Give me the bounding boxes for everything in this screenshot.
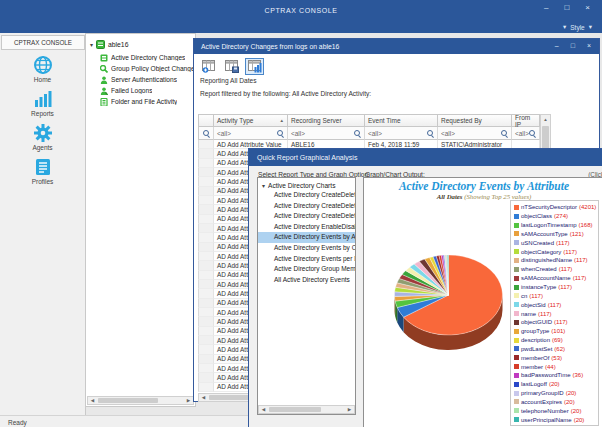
dialog-tree-item-7[interactable]: Active Directory Group Member Ev (258, 264, 355, 275)
scroll-thumb[interactable] (98, 398, 158, 403)
search-icon[interactable] (354, 130, 362, 138)
maximize-button[interactable]: □ (564, 3, 569, 12)
legend-color-swatch (514, 258, 519, 263)
maximize-button[interactable]: □ (571, 42, 575, 49)
legend-color-swatch (514, 267, 519, 272)
grid-save-button[interactable] (222, 58, 241, 75)
sidebar-tree-item-1[interactable]: Group Policy Object Changes (100, 63, 194, 74)
chevron-down-icon: ▾ (589, 23, 592, 31)
legend-entry: description (69) (514, 336, 598, 345)
legend-count: (20) (571, 408, 582, 414)
legend-count: (121) (570, 231, 584, 237)
dialog-tree-hscrollbar[interactable]: ◀ ▶ (258, 405, 355, 414)
legend-count: (117) (573, 275, 587, 281)
scroll-up-icon[interactable]: ▲ (541, 115, 550, 124)
tree-root-ad-charts[interactable]: ▾ Active Directory Charts (262, 182, 355, 189)
expander-icon[interactable]: ▾ (262, 182, 265, 189)
row-selector-cell (198, 149, 214, 158)
row-selector-cell (198, 364, 214, 373)
dialog-tree-item-6[interactable]: Active Directory Events per DC (258, 254, 355, 265)
dialog-tree-item-2[interactable]: Active Directory CreateDelete Use (258, 211, 355, 222)
server-tree-panel: ▾ able16 Active Directory ChangesGroup P… (85, 33, 196, 407)
style-label: Style (570, 24, 584, 31)
search-icon[interactable] (529, 130, 537, 138)
filter-cell[interactable]: <all> (214, 127, 288, 140)
column-header-recording-server[interactable]: Recording Server (288, 114, 365, 127)
style-dropdown[interactable]: ▾ Style ▾ (563, 23, 592, 31)
legend-count: (20) (566, 390, 577, 396)
scroll-right-icon[interactable]: ▶ (184, 397, 193, 404)
sidebar-item-profiles[interactable]: Profiles (0, 157, 85, 189)
dialog-tree-item-8[interactable]: All Active Directory Events (258, 275, 355, 286)
grid-chart-button[interactable] (245, 58, 264, 75)
sidebar-tree-item-2[interactable]: Server Authentications (100, 74, 194, 85)
search-icon[interactable] (501, 130, 509, 138)
grid-save-icon (225, 60, 239, 73)
tree-root-able16[interactable]: ▾ able16 (90, 40, 128, 49)
report-filter-text: Report filtered by the following: All Ac… (200, 90, 371, 97)
minimize-button[interactable]: – (544, 3, 548, 12)
scroll-thumb[interactable] (269, 407, 321, 412)
legend-label: accountExpires (521, 399, 562, 405)
sidebar-tree-item-3[interactable]: Failed Logons (100, 85, 194, 96)
close-button[interactable]: × (587, 42, 591, 49)
legend-count: (117) (538, 311, 552, 317)
expander-icon[interactable]: ▾ (90, 41, 93, 48)
row-selector-cell (198, 205, 214, 214)
legend-count: (168) (578, 222, 592, 228)
scroll-left-icon[interactable]: ◀ (199, 394, 208, 401)
filter-cell[interactable]: <all> (365, 127, 438, 140)
legend-color-swatch (514, 320, 519, 325)
search-icon[interactable] (203, 130, 211, 138)
legend-entry: member (44) (514, 362, 598, 371)
dialog-tree-item-0[interactable]: Active Directory CreateDelete Com (258, 190, 355, 201)
tree-children: Active Directory ChangesGroup Policy Obj… (100, 52, 194, 107)
grid-export-button[interactable] (199, 58, 218, 75)
table-header-row: Activity Type▲Recording ServerEvent Time… (198, 114, 540, 127)
column-header-requested-by[interactable]: Requested By (438, 114, 512, 127)
legend-color-swatch (514, 408, 519, 413)
sidebar-item-label: Home (0, 76, 85, 83)
row-selector-cell (198, 327, 214, 336)
column-header-selector[interactable] (198, 114, 214, 127)
sidebar-item-home[interactable]: Home (0, 55, 85, 87)
filter-cell[interactable]: <all> (512, 127, 540, 140)
dialog-tree-item-5[interactable]: Active Directory Events by Object (258, 243, 355, 254)
row-selector-cell (198, 159, 214, 168)
row-selector-cell (198, 271, 214, 280)
tree-hscrollbar[interactable]: ◀ ▶ (87, 396, 194, 405)
legend-entry: objectGUID (117) (514, 318, 598, 327)
legend-label: pwdLastSet (521, 346, 552, 352)
scroll-right-icon[interactable]: ▶ (345, 406, 354, 413)
close-button[interactable]: × (585, 3, 590, 12)
column-header-from-ip[interactable]: From IP (512, 114, 540, 127)
column-header-event-time[interactable]: Event Time (365, 114, 438, 127)
dialog-tree-item-4[interactable]: Active Directory Events by Attribut (258, 232, 355, 243)
sidebar-item-reports[interactable]: Reports (0, 89, 85, 121)
dialog-titlebar[interactable]: Quick Report Graphical Analysis (249, 149, 602, 166)
search-icon[interactable] (427, 130, 435, 138)
legend-entry: instanceType (117) (514, 283, 598, 292)
sort-asc-icon: ▲ (280, 118, 284, 123)
sidebar-tree-item-4[interactable]: Folder and File Activity (100, 96, 194, 107)
search-icon[interactable] (277, 130, 285, 138)
scroll-left-icon[interactable]: ◀ (259, 406, 268, 413)
column-header-activity-type[interactable]: Activity Type▲ (214, 114, 288, 127)
filter-cell[interactable]: <all> (438, 127, 512, 140)
legend-count: (117) (574, 257, 588, 263)
scroll-left-icon[interactable]: ◀ (88, 397, 97, 404)
dialog-tree-item-3[interactable]: Active Directory EnableDisable Ac (258, 222, 355, 233)
legend-label: memberOf (521, 355, 549, 361)
dialog-tree-item-1[interactable]: Active Directory CreateDelete Gro (258, 201, 355, 212)
legend-entry: pwdLastSet (62) (514, 345, 598, 354)
sidebar-item-agents[interactable]: Agents (0, 123, 85, 155)
sidebar-tree-item-0[interactable]: Active Directory Changes (100, 52, 194, 63)
minimize-button[interactable]: – (555, 42, 559, 49)
legend-label: lastLogoff (521, 381, 547, 387)
legend-count: (20) (549, 381, 560, 387)
legend-label: objectClass (521, 213, 552, 219)
sidebar-header: CPTRAX CONSOLE (1, 35, 85, 50)
legend-label: cn (521, 293, 527, 299)
filter-cell-selector[interactable] (198, 127, 214, 140)
filter-cell[interactable]: <all> (288, 127, 365, 140)
